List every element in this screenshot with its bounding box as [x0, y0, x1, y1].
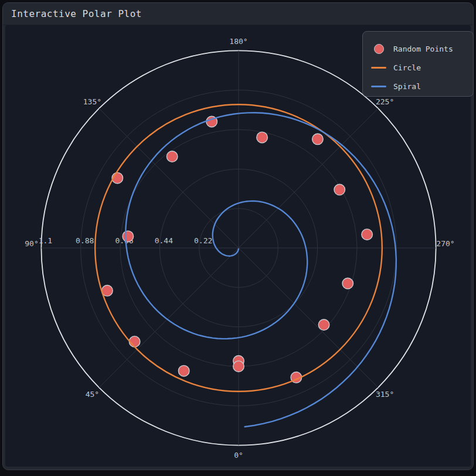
legend: Random Points Circle Spiral [362, 31, 474, 97]
angular-tick-label: 135° [83, 97, 101, 106]
angular-tick-label: 90° [25, 239, 38, 248]
spiral-trace [125, 113, 396, 427]
scatter-point [123, 231, 134, 242]
angular-tick-label: 225° [376, 97, 394, 106]
scatter-point [178, 365, 189, 376]
scatter-point [342, 278, 353, 289]
scatter-point [334, 184, 345, 195]
title-bar[interactable]: Interactive Polar Plot [3, 3, 473, 25]
legend-item-random-points[interactable]: Random Points [363, 39, 473, 58]
angular-gridline [99, 248, 239, 387]
radial-tick-label: 0.44 [155, 236, 173, 245]
angular-tick-label: 180° [229, 37, 247, 46]
legend-label-random-points: Random Points [393, 45, 453, 53]
legend-item-spiral[interactable]: Spiral [363, 77, 473, 96]
scatter-point [129, 336, 140, 347]
legend-item-circle[interactable]: Circle [363, 58, 473, 77]
radial-tick-label: 0.88 [76, 236, 94, 245]
scatter-marker-icon [370, 44, 387, 54]
app-window: Interactive Polar Plot 0°45°90°135°180°2… [2, 2, 474, 470]
angular-tick-label: 45° [86, 390, 99, 399]
legend-label-circle: Circle [393, 63, 421, 72]
scatter-point [257, 132, 268, 143]
scatter-point [312, 134, 324, 145]
radial-tick-label: 0.22 [194, 236, 212, 245]
scatter-point [166, 151, 178, 162]
plot-panel: 0°45°90°135°180°225°270°315°0.220.440.66… [5, 25, 471, 467]
angular-tick-label: 0° [234, 451, 243, 460]
scatter-point [233, 361, 244, 372]
angular-gridline [239, 108, 378, 248]
radial-tick-label: 1.1 [39, 236, 52, 245]
line-swatch-icon [370, 67, 387, 69]
window-title: Interactive Polar Plot [11, 8, 142, 19]
legend-label-spiral: Spiral [393, 82, 421, 91]
line-swatch-icon [370, 86, 387, 87]
angular-tick-label: 315° [376, 390, 394, 399]
scatter-point [318, 319, 329, 331]
scatter-point [362, 229, 373, 240]
angular-tick-label: 270° [436, 239, 454, 248]
